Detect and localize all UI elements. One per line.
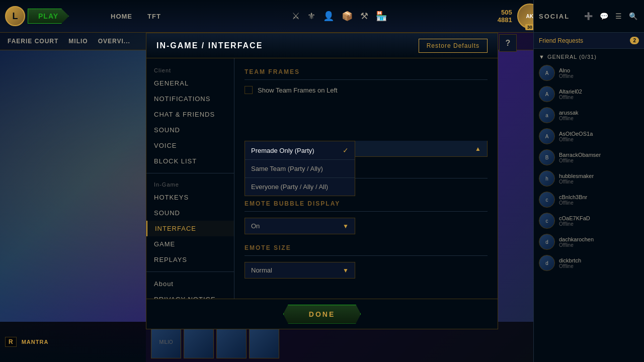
friend-info-9: dickbrtch Offline	[559, 257, 639, 269]
general-section-header[interactable]: ▼ GENERAL (0/31)	[534, 51, 644, 62]
collection-icon[interactable]: 📦	[342, 11, 353, 22]
friend-item-5[interactable]: h hubblesmaker Offline	[534, 168, 644, 189]
breadcrumb-sep: /	[202, 41, 208, 50]
sidebar-item-block-list[interactable]: BLOCK LIST	[146, 153, 234, 169]
friend-item-3[interactable]: A AsOtOeOS1a Offline	[534, 126, 644, 147]
nav-home[interactable]: HOME	[111, 10, 132, 23]
sidebar-item-general[interactable]: GENERAL	[146, 75, 234, 91]
friend-info-5: hubblesmaker Offline	[559, 173, 639, 185]
friend-info-4: BarrackObamser Offline	[559, 152, 639, 163]
friend-avatar-5: h	[539, 170, 555, 187]
store-icon[interactable]: 🏪	[376, 11, 387, 22]
sidebar-item-voice[interactable]: VOICE	[146, 138, 234, 153]
ability-name-mantra: MANTRA	[22, 339, 49, 345]
help-button[interactable]: ?	[499, 34, 517, 52]
sidebar-item-sound-ig[interactable]: SOUND	[146, 205, 234, 221]
add-friend-icon[interactable]: ➕	[583, 11, 594, 22]
champ-thumb-4[interactable]	[249, 326, 279, 358]
sidebar-item-chat-friends[interactable]: CHAT & FRIENDS	[146, 107, 234, 122]
dropdown-option-everyone-label: Everyone (Party / Ally / All)	[251, 183, 328, 191]
emote-size-dropdown[interactable]: Normal ▼	[245, 262, 355, 279]
friend-name-0: Alno	[559, 67, 639, 73]
search-icon[interactable]: 🔍	[627, 11, 639, 22]
friend-item-1[interactable]: A Altariel02 Offline	[534, 83, 644, 105]
modal-footer: DONE	[146, 299, 498, 329]
friend-item-2[interactable]: a arussak Offline	[534, 105, 644, 126]
done-button[interactable]: DONE	[283, 305, 361, 324]
friend-status-7: Offline	[559, 221, 639, 227]
play-button[interactable]: PLAY	[28, 9, 69, 24]
friend-requests-label: Friend Requests	[539, 37, 583, 44]
emote-size-title: EMOTE SIZE	[245, 244, 488, 256]
tab-overview[interactable]: OVERVI...	[98, 35, 130, 47]
champ-thumb-2[interactable]	[184, 326, 214, 358]
sidebar-item-interface[interactable]: INTERFACE	[146, 221, 234, 236]
dropdown-option-premade-label: Premade Only (Party)	[251, 147, 314, 154]
be-amount: 4881	[498, 16, 512, 24]
friend-item-9[interactable]: d dickbrtch Offline	[534, 252, 644, 274]
dropdown-option-premade[interactable]: Premade Only (Party) ✓	[245, 141, 355, 160]
dropdown-option-everyone[interactable]: Everyone (Party / Ally / All)	[245, 178, 355, 196]
profile-icon[interactable]: 👤	[323, 11, 334, 22]
friend-status-8: Offline	[559, 242, 639, 248]
list-icon[interactable]: ☰	[614, 11, 623, 22]
restore-defaults-button[interactable]: Restore Defaults	[419, 39, 488, 53]
modal-main-content: TEAM FRAMES Show Team Frames on Left Pre…	[234, 58, 498, 299]
settings-modal: IN-GAME / INTERFACE Restore Defaults Cli…	[146, 33, 498, 329]
friend-requests-bar[interactable]: Friend Requests 2	[534, 33, 644, 49]
friend-status-6: Offline	[559, 200, 639, 206]
friend-info-0: Alno Offline	[559, 67, 639, 79]
emote-bubble-title: EMOTE BUBBLE DISPLAY	[245, 200, 488, 212]
sidebar-item-privacy[interactable]: PRIVACY NOTICE	[146, 292, 234, 299]
friend-info-1: Altariel02 Offline	[559, 88, 639, 100]
team-frames-dropdown-open[interactable]: Premade Only (Party) ✓ Same Team (Party …	[245, 141, 355, 196]
friend-avatar-4: B	[539, 149, 555, 165]
logo-icon[interactable]: L	[5, 6, 25, 26]
chat-icon[interactable]: 💬	[598, 11, 610, 22]
modal-title: IN-GAME / INTERFACE	[156, 41, 263, 50]
sidebar-item-game[interactable]: GAME	[146, 236, 234, 252]
sidebar-item-sound-client[interactable]: SOUND	[146, 122, 234, 138]
friend-name-8: dachkarochen	[559, 236, 639, 242]
friend-info-3: AsOtOeOS1a Offline	[559, 131, 639, 142]
dropdown-option-same-team[interactable]: Same Team (Party / Ally)	[245, 160, 355, 178]
sidebar-section-client: Client	[146, 63, 234, 75]
friend-item-4[interactable]: B BarrackObamser Offline	[534, 147, 644, 168]
missions-icon[interactable]: ⚔	[292, 11, 300, 22]
friend-item-0[interactable]: A Alno Offline	[534, 62, 644, 83]
show-team-frames-checkbox[interactable]	[245, 86, 253, 94]
loot-icon[interactable]: ⚜	[307, 11, 315, 22]
friend-name-9: dickbrtch	[559, 257, 639, 263]
friend-requests-badge: 2	[630, 37, 639, 44]
friend-item-6[interactable]: c cBnlch3Bnr Offline	[534, 189, 644, 210]
bottom-ability-bar: R MANTRA	[0, 322, 146, 362]
sidebar-item-replays[interactable]: REPLAYS	[146, 252, 234, 267]
friend-info-8: dachkarochen Offline	[559, 236, 639, 248]
team-frames-title: TEAM FRAMES	[245, 68, 488, 80]
emote-bubble-arrow-icon: ▼	[343, 223, 349, 230]
emote-bubble-dropdown[interactable]: On ▼	[245, 218, 355, 234]
friend-avatar-8: d	[539, 234, 555, 250]
team-frames-dropdown-container: Premade Only (Party) ✓ Same Team (Party …	[245, 141, 488, 157]
sidebar-item-about[interactable]: About	[146, 276, 234, 292]
friend-item-7[interactable]: c cOaE7KFaD Offline	[534, 210, 644, 231]
general-section: ▼ GENERAL (0/31) A Alno Offline A Altari…	[534, 49, 644, 276]
friend-name-1: Altariel02	[559, 88, 639, 95]
clash-icon[interactable]: ⚒	[360, 11, 368, 22]
friend-item-8[interactable]: d dachkarochen Offline	[534, 231, 644, 252]
champ-thumb-1[interactable]: MILIO	[151, 326, 181, 358]
ability-key-r[interactable]: R	[5, 337, 17, 347]
nav-tft[interactable]: TFT	[147, 10, 161, 23]
tab-milio[interactable]: MILIO	[68, 35, 88, 47]
sidebar-item-hotkeys[interactable]: HOTKEYS	[146, 190, 234, 205]
emote-size-arrow-icon: ▼	[343, 267, 349, 274]
show-team-frames-label[interactable]: Show Team Frames on Left	[258, 86, 338, 94]
dropdown-arrow-icon: ▲	[475, 145, 481, 152]
dropdown-option-same-team-label: Same Team (Party / Ally)	[251, 165, 323, 172]
friend-name-7: cOaE7KFaD	[559, 215, 639, 221]
sidebar-item-notifications[interactable]: NOTIFICATIONS	[146, 91, 234, 107]
tab-faerie-court[interactable]: FAERIE COURT	[8, 35, 58, 47]
sidebar-section-ingame: In-Game	[146, 177, 234, 190]
champ-thumb-3[interactable]	[216, 326, 247, 358]
sidebar-divider-1	[146, 173, 234, 173]
